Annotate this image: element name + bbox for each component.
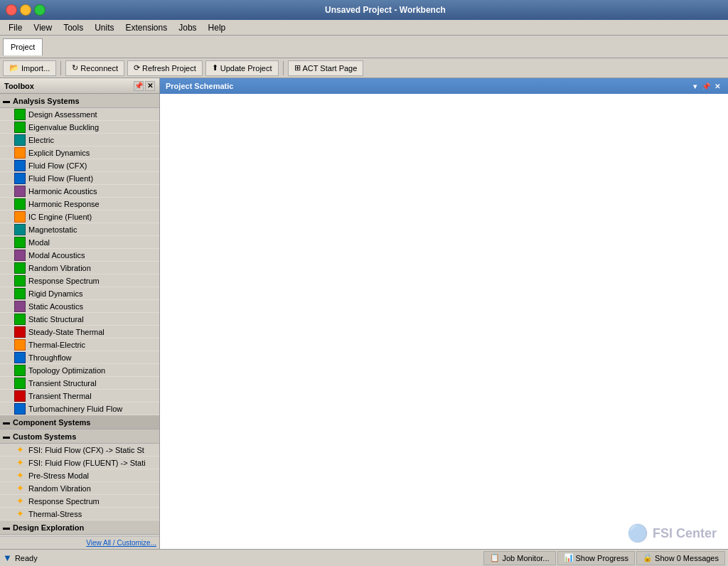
maximize-button[interactable] (34, 4, 46, 16)
expand-icon: ▬ (3, 97, 10, 105)
section-design-exploration[interactable]: ▬ Design Exploration (0, 520, 159, 535)
item-response-spectrum[interactable]: Response Spectrum (0, 274, 159, 287)
menu-view[interactable]: View (28, 21, 58, 34)
item-custom-random-vibration[interactable]: ✦ Random Vibration (0, 482, 159, 495)
item-steady-state-thermal[interactable]: Steady-State Thermal (0, 326, 159, 338)
act-start-page-button[interactable]: ⊞ ACT Start Page (288, 60, 364, 76)
item-icon-design-assessment (14, 109, 26, 120)
item-icon-custom-random: ✦ (14, 483, 26, 494)
item-icon-magnetostatic (14, 224, 26, 235)
item-rigid-dynamics[interactable]: Rigid Dynamics (0, 287, 159, 300)
show-progress-icon: 📊 (564, 553, 574, 562)
schematic-close-button[interactable]: ✕ (712, 81, 722, 91)
section-analysis-systems[interactable]: ▬ Analysis Systems (0, 94, 159, 108)
item-label-topology: Topology Optimization (28, 366, 105, 375)
refresh-button[interactable]: ⟳ Refresh Project (127, 60, 203, 76)
item-ic-engine[interactable]: IC Engine (Fluent) (0, 210, 159, 223)
item-design-assessment[interactable]: Design Assessment (0, 108, 159, 121)
item-transient-thermal[interactable]: Transient Thermal (0, 390, 159, 402)
menu-extensions[interactable]: Extensions (120, 21, 173, 34)
item-harmonic-response[interactable]: Harmonic Response (0, 198, 159, 210)
import-label: Import... (21, 64, 50, 73)
item-harmonic-acoustics[interactable]: Harmonic Acoustics (0, 185, 159, 198)
show-progress-button[interactable]: 📊 Show Progress (557, 551, 636, 565)
item-label-ic-engine: IC Engine (Fluent) (28, 213, 92, 221)
item-label-thermal-electric: Thermal-Electric (28, 341, 85, 349)
item-throughflow[interactable]: Throughflow (0, 351, 159, 364)
import-icon: 📂 (9, 63, 19, 73)
tab-project[interactable]: Project (3, 38, 43, 55)
update-icon: ⬆ (212, 63, 218, 73)
item-label-throughflow: Throughflow (28, 353, 72, 362)
menu-tools[interactable]: Tools (58, 21, 89, 34)
item-icon-harmonic-acoustics (14, 186, 26, 197)
item-label-eigenvalue: Eigenvalue Buckling (28, 123, 99, 132)
item-topology-optimization[interactable]: Topology Optimization (0, 364, 159, 377)
separator-2 (283, 61, 284, 75)
item-thermal-stress[interactable]: ✦ Thermal-Stress (0, 508, 159, 520)
fsi-center-text: FSI Center (653, 526, 717, 541)
section-component-label: Component Systems (13, 418, 90, 427)
section-component-systems[interactable]: ▬ Component Systems (0, 415, 159, 429)
item-turbomachinery[interactable]: Turbomachinery Fluid Flow (0, 402, 159, 415)
reconnect-button[interactable]: ↻ Reconnect (65, 60, 124, 76)
item-transient-structural[interactable]: Transient Structural (0, 377, 159, 390)
toolbox-close-button[interactable]: ✕ (145, 81, 155, 91)
menu-help[interactable]: Help (203, 21, 232, 34)
schematic-float-button[interactable]: 📌 (701, 81, 711, 91)
job-monitor-icon: 📋 (490, 553, 500, 562)
item-fsi-cfx[interactable]: ✦ FSI: Fluid Flow (CFX) -> Static St (0, 444, 159, 456)
item-fluid-flow-cfx[interactable]: Fluid Flow (CFX) (0, 159, 159, 172)
item-static-structural[interactable]: Static Structural (0, 313, 159, 326)
customize-link[interactable]: View All / Customize... (86, 539, 156, 547)
item-random-vibration[interactable]: Random Vibration (0, 262, 159, 274)
schematic-panel: Project Schematic ▾ 📌 ✕ 🔵 FSI Center (160, 78, 728, 549)
item-modal-acoustics[interactable]: Modal Acoustics (0, 249, 159, 262)
tab-project-label: Project (11, 43, 35, 51)
item-custom-response-spectrum[interactable]: ✦ Response Spectrum (0, 495, 159, 508)
item-icon-turbomachinery (14, 403, 26, 415)
item-electric[interactable]: Electric (0, 134, 159, 146)
item-eigenvalue-buckling[interactable]: Eigenvalue Buckling (0, 121, 159, 134)
item-magnetostatic[interactable]: Magnetostatic (0, 223, 159, 236)
status-text: Ready (12, 554, 483, 562)
import-button[interactable]: 📂 Import... (3, 60, 56, 76)
item-icon-static-structural (14, 314, 26, 325)
item-icon-steady-state (14, 326, 26, 338)
item-label-design-assessment: Design Assessment (28, 110, 97, 119)
item-fsi-fluent[interactable]: ✦ FSI: Fluid Flow (FLUENT) -> Stati (0, 456, 159, 469)
schematic-pin-button[interactable]: ▾ (690, 81, 700, 91)
item-icon-modal-acoustics (14, 250, 26, 261)
item-label-response-spectrum: Response Spectrum (28, 277, 100, 285)
window-title: Unsaved Project - Workbench (48, 5, 722, 15)
item-modal[interactable]: Modal (0, 236, 159, 249)
item-icon-topology (14, 365, 26, 376)
item-static-acoustics[interactable]: Static Acoustics (0, 300, 159, 313)
customize-area: View All / Customize... (0, 536, 159, 549)
item-pre-stress-modal[interactable]: ✦ Pre-Stress Modal (0, 469, 159, 482)
schematic-title: Project Schematic (166, 82, 233, 90)
section-design-label: Design Exploration (13, 523, 84, 532)
item-thermal-electric[interactable]: Thermal-Electric (0, 338, 159, 351)
item-icon-thermal-stress: ✦ (14, 508, 26, 520)
section-custom-label: Custom Systems (13, 432, 76, 441)
section-custom-systems[interactable]: ▬ Custom Systems (0, 429, 159, 444)
close-button[interactable] (6, 4, 17, 16)
item-label-magnetostatic: Magnetostatic (28, 225, 77, 234)
statusbar: ▼ Ready 📋 Job Monitor... 📊 Show Progress… (0, 549, 728, 566)
menu-jobs[interactable]: Jobs (173, 21, 202, 34)
item-icon-thermal-electric (14, 339, 26, 351)
menu-file[interactable]: File (3, 21, 28, 34)
item-fluid-flow-fluent[interactable]: Fluid Flow (Fluent) (0, 172, 159, 185)
show-messages-button[interactable]: 🔒 Show 0 Messages (636, 551, 725, 565)
item-explicit-dynamics[interactable]: Explicit Dynamics (0, 146, 159, 159)
item-label-random-vibration: Random Vibration (28, 264, 91, 272)
item-icon-transient-thermal (14, 390, 26, 402)
update-button[interactable]: ⬆ Update Project (205, 60, 279, 76)
toolbox-pin-button[interactable]: 📌 (134, 81, 144, 91)
job-monitor-button[interactable]: 📋 Job Monitor... (483, 551, 555, 565)
show-messages-label: Show 0 Messages (655, 554, 719, 562)
menu-units[interactable]: Units (89, 21, 119, 34)
item-icon-ic-engine (14, 211, 26, 223)
minimize-button[interactable] (20, 4, 31, 16)
